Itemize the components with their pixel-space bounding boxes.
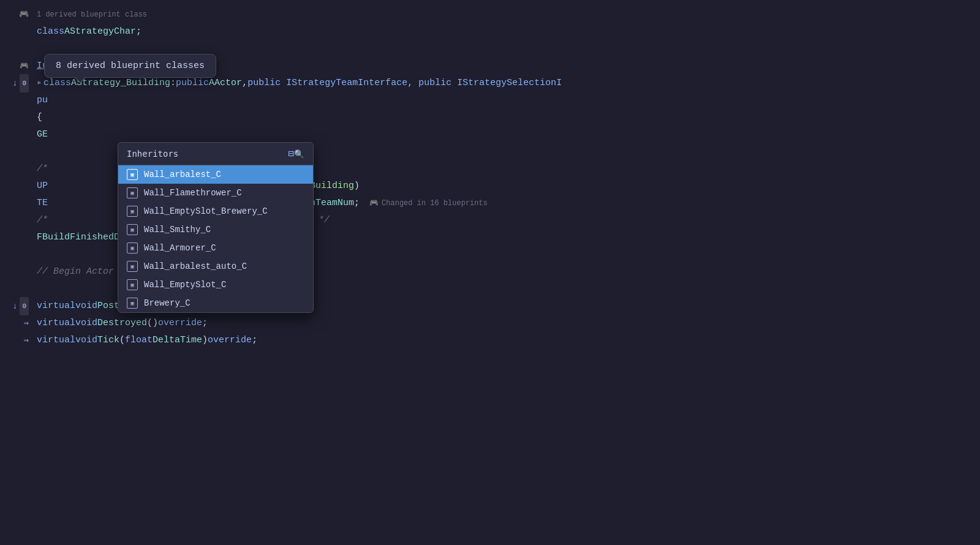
code-line-18: ⇒ virtual void Destroyed () override ; <box>0 315 980 332</box>
method-name-3: Tick <box>97 332 119 349</box>
semicolon-1: ; <box>136 23 141 40</box>
inheritors-dropdown: Inheritors ⊟🔍 ▣ Wall_arbalest_C ▣ Wall_F… <box>118 142 314 313</box>
semi-18: ; <box>202 315 208 332</box>
badge-4: 0 <box>20 74 29 92</box>
dropdown-item-2[interactable]: ▣ Wall_Flamethrower_C <box>118 184 313 202</box>
item-label-7: Wall_EmptySlot_C <box>144 280 226 290</box>
ref-text: 1 derived blueprint class <box>37 6 147 23</box>
kw-void-1: void <box>75 298 97 315</box>
item-label-4: Wall_Smithy_C <box>144 225 211 235</box>
changed-text: Changed in 16 blueprints <box>382 195 488 212</box>
dropdown-item-6[interactable]: ▣ Wall_arbalest_auto_C <box>118 257 313 276</box>
code-line-6: { <box>0 109 980 126</box>
changed-badge: 🎮 Changed in 16 blueprints <box>369 195 488 212</box>
comment-12: /* <box>37 212 48 229</box>
kw-virtual-1: virtual <box>37 298 75 315</box>
item-label-8: Brewery_C <box>144 298 190 308</box>
keyword-class: class <box>37 23 64 40</box>
paren-open: ( <box>119 332 125 349</box>
method-name-2: Destroyed <box>97 315 147 332</box>
blueprint-icon-7: ▣ <box>127 279 138 290</box>
code-line-1b: class AStrategyChar ; <box>0 23 980 40</box>
blueprint-icon-8: ▣ <box>127 298 138 309</box>
comment-start: /* <box>37 160 48 178</box>
param-delta: DeltaTime <box>153 332 202 349</box>
gutter-18: ⇒ <box>0 315 34 332</box>
arrow-right-icon-19: ⇒ <box>24 332 29 349</box>
category-value: Building <box>310 178 354 195</box>
arrow-down-icon: ↓ <box>12 75 17 92</box>
code-line-7: GE <box>0 126 980 143</box>
item-label-3: Wall_EmptySlot_Brewery_C <box>144 206 268 216</box>
kw-void-2: void <box>75 315 97 332</box>
parens-2: () <box>147 315 158 332</box>
gutter-3: 🎮 <box>0 58 34 75</box>
item-label-2: Wall_Flamethrower_C <box>144 188 242 198</box>
item-label-6: Wall_arbalest_auto_C <box>144 261 247 271</box>
arrow-right-icon-18: ⇒ <box>24 315 29 332</box>
dropdown-item-5[interactable]: ▣ Wall_Armorer_C <box>118 239 313 257</box>
badge-17: 0 <box>20 297 29 315</box>
blueprint-ref-icon: 🎮 <box>19 6 29 23</box>
tooltip-bubble: 8 derived blueprint classes <box>44 54 216 78</box>
dropdown-item-4[interactable]: ▣ Wall_Smithy_C <box>118 220 313 239</box>
tooltip-text: 8 derived blueprint classes <box>56 61 205 71</box>
partial-keyword: pu <box>37 92 48 109</box>
blueprint-icon-6: ▣ <box>127 261 138 272</box>
partial-ge: GE <box>37 126 48 143</box>
gutter-19: ⇒ <box>0 332 34 349</box>
kw-void-3: void <box>75 332 97 349</box>
gutter-1: 🎮 <box>0 6 34 23</box>
paren-close: ) <box>202 332 208 349</box>
close-paren: ) <box>354 178 360 195</box>
blueprint-icon-4: ▣ <box>127 224 138 235</box>
gutter-17: ↓ 0 <box>0 297 34 315</box>
interfaces: public IStrategyTeamInterface, public IS… <box>247 75 562 92</box>
dropdown-item-1[interactable]: ▣ Wall_arbalest_C <box>118 165 313 184</box>
code-line-5: pu <box>0 92 980 109</box>
fold-arrow[interactable]: ▸ <box>37 75 42 92</box>
kw-override-3: override <box>208 332 252 349</box>
class-name-1: AStrategyChar <box>64 23 136 40</box>
blueprint-icon-3: ▣ <box>127 206 138 217</box>
blueprint-icon-2: ▣ <box>127 187 138 198</box>
parent-class-1: AActor <box>209 75 242 92</box>
code-line-19: ⇒ virtual void Tick ( float DeltaTime ) … <box>0 332 980 349</box>
arrow-down-icon-17: ↓ <box>12 298 17 315</box>
dropdown-item-7[interactable]: ▣ Wall_EmptySlot_C <box>118 276 313 294</box>
item-label-1: Wall_arbalest_C <box>144 170 221 179</box>
blueprint-icon-3: 🎮 <box>20 58 29 75</box>
gutter-4: ↓ 0 <box>0 74 34 92</box>
blueprint-icon-1: ▣ <box>127 169 138 180</box>
semi-19: ; <box>252 332 257 349</box>
dropdown-title: Inheritors <box>127 149 178 159</box>
blueprint-changed-icon: 🎮 <box>369 195 379 212</box>
dropdown-item-8[interactable]: ▣ Brewery_C <box>118 294 313 312</box>
kw-float: float <box>125 332 153 349</box>
partial-te: TE <box>37 195 48 212</box>
kw-virtual-2: virtual <box>37 315 75 332</box>
open-brace: { <box>37 109 42 126</box>
partial-up: UP <box>37 178 48 195</box>
kw-override-2: override <box>158 315 202 332</box>
blueprint-icon-5: ▣ <box>127 242 138 254</box>
filter-icon[interactable]: ⊟🔍 <box>288 148 304 160</box>
code-line-1: 🎮 1 derived blueprint class <box>0 6 980 23</box>
dropdown-item-3[interactable]: ▣ Wall_EmptySlot_Brewery_C <box>118 202 313 220</box>
dropdown-header: Inheritors ⊟🔍 <box>118 143 313 165</box>
comma-1: , <box>242 75 247 92</box>
item-label-5: Wall_Armorer_C <box>144 243 216 253</box>
semicolon-11: ; <box>354 195 360 212</box>
kw-virtual-3: virtual <box>37 332 75 349</box>
